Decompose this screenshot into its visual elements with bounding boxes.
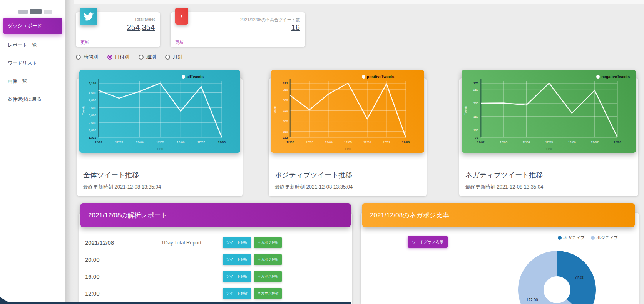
tweet-analysis-button[interactable]: ツイート解析: [223, 288, 251, 299]
report-row-4: 12:00ツイート解析ネガポジ解析: [79, 285, 352, 302]
svg-text:日別: 日別: [345, 147, 351, 151]
negapos-panel-header: 2021/12/08のネガポジ比率: [362, 203, 635, 227]
svg-text:12/08: 12/08: [402, 140, 410, 144]
stat-value-total-tweets[interactable]: 254,354: [127, 23, 155, 32]
tweet-analysis-button[interactable]: ツイート解析: [223, 271, 251, 282]
chart-title: 全体ツイート推移: [83, 170, 139, 180]
legend-item-positive[interactable]: ポジティブ: [591, 235, 618, 241]
alert-icon: !: [175, 8, 188, 25]
chart-legend[interactable]: positiveTweets: [362, 75, 394, 79]
report-table: 2021/12/081Day Total Reportツイート解析ネガポジ解析2…: [79, 234, 352, 302]
tweet-analysis-button[interactable]: ツイート解析: [223, 254, 251, 265]
report-panel-title: 2021/12/08の解析レポート: [88, 211, 167, 220]
sidebar-item-4[interactable]: 画像一覧: [3, 74, 62, 89]
chart-updated: 最終更新時刻 2021-12-08 13:35:04: [83, 184, 161, 190]
svg-text:12/03: 12/03: [115, 140, 123, 144]
sidebar-item-2[interactable]: レポート一覧: [3, 38, 62, 52]
divider: [80, 37, 156, 37]
chart-panel-teal: 12/0212/0312/0412/0512/0612/0712/085,130…: [79, 70, 240, 153]
radio-circle-icon[interactable]: [107, 55, 112, 60]
svg-text:200: 200: [473, 102, 479, 105]
svg-text:12/06: 12/06: [568, 140, 576, 144]
sidebar-item-1[interactable]: ダッシュボード: [3, 18, 62, 34]
chart-panel-green: 12/0212/0312/0412/0512/0612/0712/0827525…: [462, 70, 636, 153]
svg-text:2,000: 2,000: [89, 129, 97, 132]
chart-card-positiveTweets: 12/0212/0312/0412/0512/0612/0712/0838135…: [269, 78, 427, 196]
svg-text:300: 300: [283, 99, 288, 102]
negapos-analysis-button[interactable]: ネガポジ解析: [254, 288, 282, 299]
svg-text:200: 200: [283, 120, 288, 123]
svg-text:122: 122: [283, 136, 288, 139]
svg-text:12/06: 12/06: [177, 140, 185, 144]
report-row-time: 20:00: [85, 256, 143, 263]
chart-card-negativeTweets: 12/0212/0312/0412/0512/0612/0712/0827525…: [459, 78, 638, 196]
stat-label: 2021/12/08の不具合ツイート数: [240, 17, 300, 23]
line-chart-svg: 12/0212/0312/0412/0512/0612/0712/085,130…: [79, 70, 240, 153]
radio-label: 日付別: [115, 54, 130, 60]
report-row-1: 2021/12/081Day Total Reportツイート解析ネガポジ解析: [79, 234, 352, 251]
donut-chart: [515, 248, 599, 304]
svg-text:Tweets: Tweets: [82, 105, 85, 115]
svg-text:3,500: 3,500: [89, 106, 97, 110]
stat-label: Total tweet: [134, 17, 155, 22]
svg-text:日別: 日別: [157, 147, 163, 151]
svg-text:5,130: 5,130: [89, 82, 97, 85]
radio-label: 時間別: [84, 54, 98, 60]
chart-legend[interactable]: allTweets: [182, 75, 204, 79]
report-row-time: 16:00: [85, 273, 143, 280]
sidebar: ダッシュボードレポート一覧ワードリスト画像一覧案件選択に戻る: [0, 0, 65, 304]
interval-radio-4[interactable]: 月別: [165, 54, 182, 60]
sidebar-scrollbar[interactable]: [65, 0, 74, 304]
legend-item-negative[interactable]: ネガティブ: [558, 235, 585, 241]
svg-text:12/07: 12/07: [197, 140, 206, 144]
chart-legend[interactable]: negativeTweets: [596, 75, 630, 79]
twitter-icon: [80, 8, 97, 25]
chart-panel-orange: 12/0212/0312/0412/0512/0612/0712/0838135…: [271, 70, 424, 153]
stat-value-defect-tweets[interactable]: 16: [291, 23, 300, 32]
chart-updated: 最終更新時刻 2021-12-08 13:35:04: [465, 184, 543, 190]
svg-text:100: 100: [473, 129, 479, 132]
report-row-3: 16:00ツイート解析ネガポジ解析: [79, 268, 352, 285]
refresh-link[interactable]: 更新: [175, 40, 184, 45]
legend-label: allTweets: [187, 75, 204, 79]
line-chart-svg: 12/0212/0312/0412/0512/0612/0712/0827525…: [462, 70, 636, 153]
interval-radio-3[interactable]: 週別: [139, 54, 156, 60]
interval-radio-1[interactable]: 時間別: [76, 54, 98, 60]
svg-text:12/02: 12/02: [95, 140, 103, 144]
radio-circle-icon[interactable]: [139, 55, 144, 60]
negapos-analysis-button[interactable]: ネガポジ解析: [254, 254, 282, 265]
svg-text:12/07: 12/07: [591, 140, 599, 144]
radio-circle-icon[interactable]: [76, 55, 81, 60]
svg-text:150: 150: [283, 130, 288, 134]
app-logo: [0, 0, 65, 14]
svg-text:12/08: 12/08: [614, 140, 622, 144]
svg-text:3,000: 3,000: [89, 114, 97, 117]
radio-label: 月別: [173, 54, 182, 60]
refresh-link[interactable]: 更新: [80, 40, 89, 45]
corner-pointer-shape: [0, 297, 12, 304]
report-row-buttons: ツイート解析ネガポジ解析: [223, 271, 282, 282]
report-row-2: 20:00ツイート解析ネガポジ解析: [79, 251, 352, 268]
radio-circle-icon[interactable]: [165, 55, 170, 60]
svg-text:250: 250: [283, 109, 288, 112]
chart-updated: 最終更新時刻 2021-12-08 13:35:04: [275, 184, 353, 190]
svg-text:12/04: 12/04: [136, 140, 144, 144]
interval-radio-2[interactable]: 日付別: [107, 54, 130, 60]
svg-text:1,521: 1,521: [89, 136, 97, 139]
bottom-edge-strip: [0, 302, 351, 304]
negapos-analysis-button[interactable]: ネガポジ解析: [254, 271, 282, 282]
tweet-analysis-button[interactable]: ツイート解析: [223, 237, 251, 248]
sidebar-item-5[interactable]: 案件選択に戻る: [3, 92, 62, 107]
svg-text:350: 350: [283, 88, 288, 92]
interval-radio-group: 時間別日付別週別月別: [76, 54, 182, 60]
sidebar-item-3[interactable]: ワードリスト: [3, 56, 62, 70]
report-row-buttons: ツイート解析ネガポジ解析: [223, 237, 282, 248]
svg-text:Tweets: Tweets: [464, 105, 467, 115]
negapos-analysis-button[interactable]: ネガポジ解析: [254, 237, 282, 248]
line-chart-svg: 12/0212/0312/0412/0512/0612/0712/0838135…: [271, 70, 424, 153]
legend-dot-icon: [362, 75, 365, 79]
wordgraph-button[interactable]: ワードグラフ表示: [408, 236, 448, 248]
svg-text:12/04: 12/04: [522, 140, 530, 144]
divider: [175, 37, 301, 37]
report-row-time: 2021/12/08: [85, 239, 143, 246]
